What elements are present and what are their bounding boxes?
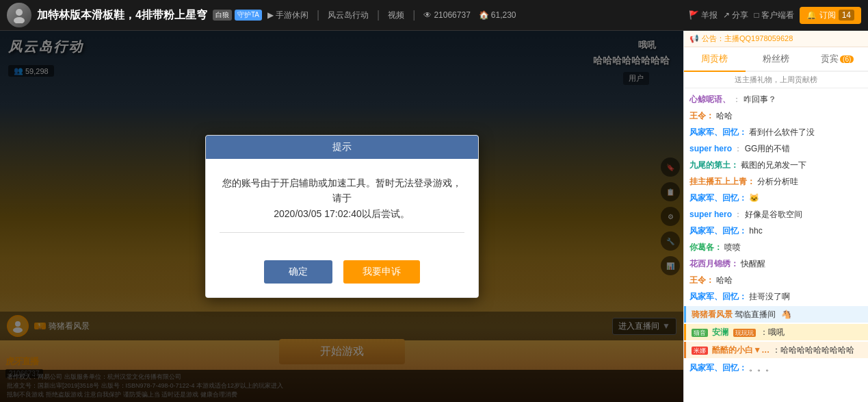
msg-11: 王令： 哈哈	[684, 272, 868, 288]
dialog-overlay: 提示 您的账号由于开启辅助或加速工具。暂时无法登录游戏，请于2020/03/05…	[0, 31, 683, 402]
msg-user-13: 骑猪看风景	[692, 310, 733, 319]
msg-15: 米娜 酷酷的小白▼… ：哈哈哈哈哈哈哈哈哈	[684, 342, 868, 358]
dialog-header: 提示	[206, 136, 478, 159]
msg-7: super hero ： 好像是谷歌空间	[684, 206, 868, 223]
messages-list: 心鲸呢语、 ： 咋回事？ 王令： 哈哈 风家军、回忆： 看到什么软件了没 sup…	[684, 88, 868, 402]
msg-16: 风家军、回忆： 。。。	[684, 360, 868, 376]
msg-user-6: 风家军、回忆：	[689, 193, 747, 203]
msg-user-2: 风家军、回忆：	[689, 127, 747, 137]
nav-items: ▶ 手游休闲 | 风云岛行动 | 视频 | 👁 21066737 🏠 61,23…	[267, 9, 683, 21]
badge-green: 猫音	[692, 329, 708, 337]
badge-red: 米娜	[692, 347, 708, 355]
dialog-appeal-button[interactable]: 我要申诉	[343, 260, 420, 284]
nav-game-name[interactable]: 风云岛行动	[328, 10, 369, 21]
msg-user-0: 心鲸呢语、	[689, 95, 731, 104]
game-scene: 风云岛行动 👥 59,298 哦吼 哈哈哈哈哈哈哈哈 用户 🔖 📋 ⚙ 🔧 📊	[0, 31, 683, 402]
tab-fans[interactable]: 粉丝榜	[746, 47, 807, 72]
msg-user-4: 九尾的第土：	[689, 160, 739, 170]
msg-user-3: super hero	[689, 144, 732, 153]
msg-user-15: 酷酷的小白▼…	[712, 345, 770, 355]
chat-area: 📢 公告：主播QQ1978059628 周贡榜 粉丝榜 贡宾 (6) 送主播礼物…	[683, 31, 868, 402]
msg-user-5: 挂主播五上上青：	[689, 177, 755, 186]
header-badges: 白狼 守护TA	[213, 10, 262, 21]
dialog-body: 您的账号由于开启辅助或加速工具。暂时无法登录游戏，请于2020/03/05 17…	[206, 159, 478, 255]
msg-10: 花西月锦绣： 快醒醒	[684, 255, 868, 272]
msg-13: 骑猪看风景 驾临直播间 🐴	[684, 306, 868, 323]
announcement: 📢 公告：主播QQ1978059628	[684, 31, 868, 47]
share-icon: ↗	[723, 10, 730, 20]
dialog-actions: 确定 我要申诉	[206, 255, 478, 297]
msg-6: 风家军、回忆： 🐱	[684, 190, 868, 206]
flag-icon: 🚩	[689, 10, 699, 20]
gift-bar: 送主播礼物，上周贡献榜	[684, 72, 868, 88]
client-button[interactable]: □ 客户端看	[754, 10, 793, 21]
dialog-message: 您的账号由于开启辅助或加速工具。暂时无法登录游戏，请于2020/03/05 17…	[220, 175, 464, 221]
msg-9: 你葛各： 喷喷	[684, 239, 868, 255]
subscribe-count: 14	[839, 10, 854, 21]
msg-user-8: 风家军、回忆：	[689, 226, 747, 236]
horse-emoji: 🐴	[781, 308, 791, 321]
avatar	[7, 3, 31, 27]
bell-icon: 🔔	[806, 10, 817, 20]
play-icon: ▶	[267, 10, 274, 20]
badge-play: 玩玩玩	[733, 329, 756, 337]
eye-icon: 👁	[423, 10, 432, 20]
svg-point-1	[14, 17, 25, 23]
msg-14: 猫音 安澜 玩玩玩 ：哦吼	[684, 324, 868, 340]
home-icon: 🏠	[479, 10, 489, 20]
msg-1: 王令： 哈哈	[684, 108, 868, 124]
header: 加特林版本滑板鞋，4排带粉上星穹 白狼 守护TA ▶ 手游休闲 | 风云岛行动 …	[0, 0, 868, 31]
msg-user-1: 王令：	[689, 111, 714, 121]
msg-12: 风家军、回忆： 挂哥没了啊	[684, 288, 868, 305]
stream-title: 加特林版本滑板鞋，4排带粉上星穹	[37, 8, 207, 23]
msg-user-16: 风家军、回忆：	[689, 363, 747, 373]
msg-user-14: 安澜	[712, 327, 728, 337]
share-button[interactable]: ↗ 分享	[723, 10, 748, 21]
nav-game[interactable]: ▶ 手游休闲	[267, 10, 308, 21]
client-icon: □	[754, 10, 759, 20]
chat-tabs: 周贡榜 粉丝榜 贡宾 (6)	[684, 47, 868, 72]
stream-area: 风云岛行动 👥 59,298 哦吼 哈哈哈哈哈哈哈哈 用户 🔖 📋 ⚙ 🔧 📊	[0, 31, 683, 402]
tab-gift[interactable]: 贡宾 (6)	[806, 47, 868, 72]
view-count: 👁 21066737	[423, 10, 470, 20]
msg-user-10: 花西月锦绣：	[689, 259, 739, 268]
msg-8: 风家军、回忆： hhc	[684, 223, 868, 239]
main-content: 风云岛行动 👥 59,298 哦吼 哈哈哈哈哈哈哈哈 用户 🔖 📋 ⚙ 🔧 📊	[0, 31, 868, 402]
nav-video[interactable]: 视频	[388, 10, 404, 21]
msg-5: 挂主播五上上青： 分析分析哇	[684, 173, 868, 190]
msg-4: 九尾的第土： 截图的兄弟发一下	[684, 157, 868, 173]
svg-point-0	[16, 9, 23, 16]
dialog: 提示 您的账号由于开启辅助或加速工具。暂时无法登录游戏，请于2020/03/05…	[205, 135, 479, 298]
msg-user-7: super hero	[689, 210, 732, 219]
tab-weekly[interactable]: 周贡榜	[684, 47, 746, 72]
header-actions: 🚩 羊报 ↗ 分享 □ 客户端看 🔔 订阅 14	[689, 7, 861, 24]
msg-3: super hero ： GG用的不错	[684, 140, 868, 157]
msg-user-9: 你葛各：	[689, 242, 722, 252]
dialog-divider	[220, 232, 464, 233]
dialog-confirm-button[interactable]: 确定	[264, 260, 332, 284]
room-count: 🏠 61,230	[479, 10, 516, 20]
msg-user-12: 风家军、回忆：	[689, 292, 747, 301]
badge-bai-lang: 白狼	[213, 10, 232, 21]
msg-0: 心鲸呢语、 ： 咋回事？	[684, 91, 868, 108]
subscribe-button[interactable]: 🔔 订阅 14	[800, 7, 861, 24]
msg-user-11: 王令：	[689, 275, 714, 285]
msg-2: 风家军、回忆： 看到什么软件了没	[684, 124, 868, 140]
announcement-icon: 📢	[689, 34, 699, 43]
badge-guard: 守护TA	[235, 10, 262, 21]
report-button[interactable]: 🚩 羊报	[689, 10, 718, 21]
